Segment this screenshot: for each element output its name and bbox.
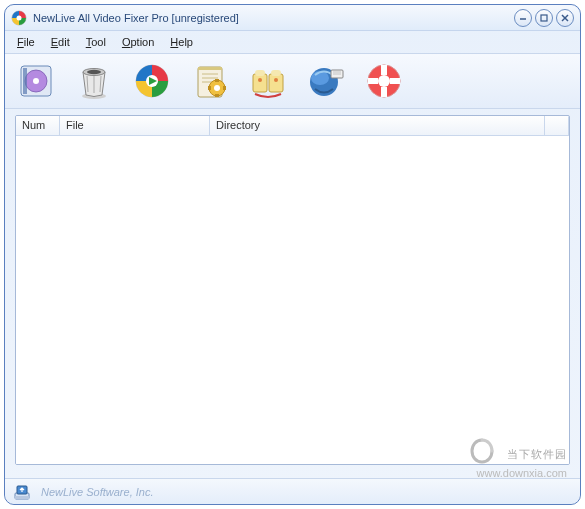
- about-button[interactable]: [245, 58, 291, 104]
- list-body[interactable]: [16, 136, 569, 464]
- clear-list-button[interactable]: [71, 58, 117, 104]
- app-icon: [11, 10, 27, 26]
- svg-rect-26: [215, 94, 219, 97]
- svg-point-34: [258, 78, 262, 82]
- application-window: NewLive All Video Fixer Pro [unregistere…: [4, 4, 581, 505]
- svg-rect-46: [368, 78, 378, 84]
- list-area: Num File Directory: [5, 109, 580, 471]
- svg-point-13: [87, 70, 101, 74]
- svg-point-9: [33, 78, 39, 84]
- update-button[interactable]: [303, 58, 349, 104]
- svg-rect-28: [223, 86, 226, 90]
- svg-rect-32: [269, 74, 283, 92]
- svg-rect-3: [541, 15, 547, 21]
- close-button[interactable]: [556, 9, 574, 27]
- window-title: NewLive All Video Fixer Pro [unregistere…: [33, 12, 514, 24]
- svg-rect-44: [381, 65, 387, 75]
- svg-point-29: [214, 85, 220, 91]
- svg-point-43: [378, 75, 390, 87]
- svg-point-35: [274, 78, 278, 82]
- svg-rect-20: [198, 67, 222, 70]
- toolbar: [5, 53, 580, 109]
- svg-rect-33: [271, 70, 281, 76]
- add-files-button[interactable]: [13, 58, 59, 104]
- minimize-button[interactable]: [514, 9, 532, 27]
- statusbar: NewLive Software, Inc.: [5, 478, 580, 504]
- menu-file[interactable]: File: [11, 34, 41, 50]
- titlebar: NewLive All Video Fixer Pro [unregistere…: [5, 5, 580, 31]
- maximize-button[interactable]: [535, 9, 553, 27]
- file-list[interactable]: Num File Directory: [15, 115, 570, 465]
- svg-rect-10: [23, 68, 27, 94]
- menu-help[interactable]: Help: [164, 34, 199, 50]
- svg-rect-50: [15, 496, 29, 499]
- svg-rect-31: [255, 70, 265, 76]
- help-button[interactable]: [361, 58, 407, 104]
- svg-rect-25: [215, 79, 219, 82]
- svg-rect-30: [253, 74, 267, 92]
- menubar: File Edit Tool Option Help: [5, 31, 580, 53]
- column-file[interactable]: File: [60, 116, 210, 135]
- svg-rect-47: [390, 78, 400, 84]
- column-directory[interactable]: Directory: [210, 116, 545, 135]
- svg-point-1: [17, 15, 22, 20]
- svg-rect-27: [208, 86, 211, 90]
- window-controls: [514, 9, 574, 27]
- menu-tool[interactable]: Tool: [80, 34, 112, 50]
- list-header: Num File Directory: [16, 116, 569, 136]
- menu-edit[interactable]: Edit: [45, 34, 76, 50]
- status-company: NewLive Software, Inc.: [41, 486, 154, 498]
- svg-rect-45: [381, 87, 387, 97]
- convert-button[interactable]: [129, 58, 175, 104]
- menu-option[interactable]: Option: [116, 34, 160, 50]
- column-spacer: [545, 116, 569, 135]
- column-num[interactable]: Num: [16, 116, 60, 135]
- status-icon: [13, 483, 31, 501]
- settings-button[interactable]: [187, 58, 233, 104]
